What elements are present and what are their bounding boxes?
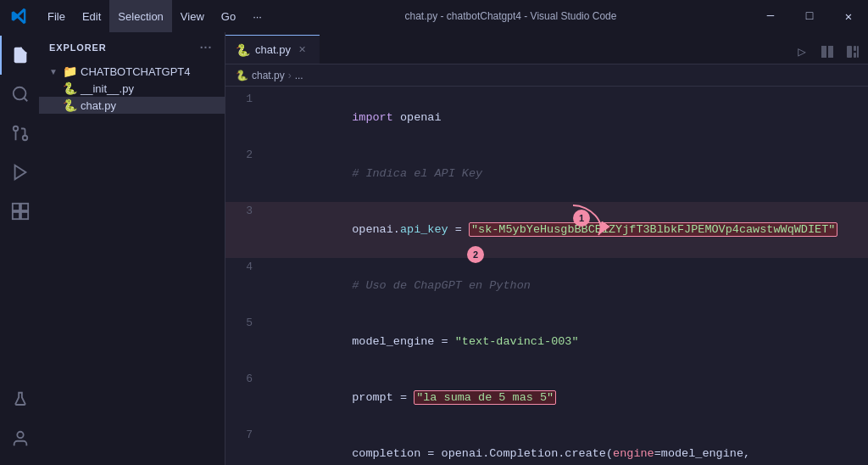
folder-arrow: ▼ (49, 67, 63, 76)
code-line-1: 1 import openai (225, 90, 868, 146)
annotation-badge-2: 2 (467, 246, 484, 263)
close-button[interactable]: ✕ (829, 0, 868, 32)
activity-account[interactable] (0, 419, 39, 458)
file-chat[interactable]: 🐍 chat.py (39, 97, 225, 114)
activity-bar (0, 32, 39, 465)
activity-search[interactable] (0, 75, 39, 114)
breadcrumb-separator: › (288, 70, 292, 81)
menu-edit[interactable]: Edit (74, 0, 109, 32)
file-init-label: __init__.py (81, 82, 134, 95)
editor-container: 1 2 1 import o (225, 87, 868, 465)
editor-area: 🐍 chat.py ✕ ▷ (225, 32, 868, 465)
breadcrumb-more[interactable]: ... (295, 70, 303, 81)
minimize-button[interactable]: ─ (751, 0, 790, 32)
line-content-3: openai.api_key = "sk-M5ybYeHusgbBBCE1ZYj… (266, 202, 868, 258)
file-init[interactable]: 🐍 __init__.py (39, 80, 225, 97)
menu-view[interactable]: View (172, 0, 213, 32)
menu-bar: File Edit Selection View Go ··· (39, 0, 270, 32)
tab-py-icon: 🐍 (236, 43, 250, 57)
svg-rect-9 (21, 212, 28, 219)
activity-bottom (0, 380, 39, 465)
line-content-4: # Uso de ChapGPT en Python (266, 258, 868, 314)
sidebar: EXPLORER ··· ▼ 📁 CHATBOTCHATGPT4 🐍 __ini… (39, 32, 225, 465)
svg-rect-14 (857, 46, 859, 58)
line-num-5: 5 (225, 314, 266, 333)
line-num-3: 3 (225, 202, 266, 221)
main-layout: EXPLORER ··· ▼ 📁 CHATBOTCHATGPT4 🐍 __ini… (0, 32, 868, 465)
line-content-2: # Indica el API Key (266, 146, 868, 202)
titlebar-left: File Edit Selection View Go ··· (0, 0, 270, 32)
svg-marker-5 (15, 165, 26, 180)
tab-close-button[interactable]: ✕ (296, 43, 309, 57)
line-num-1: 1 (225, 90, 266, 109)
svg-rect-11 (847, 46, 852, 58)
line-content-1: import openai (266, 90, 868, 146)
folder-icon: 📁 (63, 64, 77, 78)
activity-files[interactable] (0, 36, 39, 75)
menu-selection[interactable]: Selection (109, 0, 171, 32)
code-line-3: 3 openai.api_key = "sk-M5ybYeHusgbBBCE1Z… (225, 202, 868, 258)
line-num-6: 6 (225, 370, 266, 389)
breadcrumb-file[interactable]: chat.py (252, 70, 285, 81)
svg-line-1 (24, 98, 27, 101)
svg-rect-12 (854, 46, 856, 51)
line-num-4: 4 (225, 258, 266, 277)
breadcrumb: 🐍 chat.py › ... (225, 64, 868, 87)
layout-button[interactable] (841, 40, 865, 64)
run-button[interactable]: ▷ (790, 40, 814, 64)
titlebar: File Edit Selection View Go ··· chat.py … (0, 0, 868, 32)
code-editor[interactable]: 1 import openai 2 # Indica el API Key 3 (225, 87, 868, 465)
maximize-button[interactable]: □ (790, 0, 829, 32)
code-line-7: 7 completion = openai.Completion.create(… (225, 426, 868, 465)
svg-rect-7 (21, 204, 28, 210)
py-file-icon-2: 🐍 (63, 98, 77, 112)
menu-file[interactable]: File (39, 0, 74, 32)
activity-extensions[interactable] (0, 192, 39, 231)
activity-git[interactable] (0, 114, 39, 153)
file-chat-label: chat.py (81, 99, 116, 112)
explorer-header: EXPLORER ··· (39, 32, 225, 63)
project-folder[interactable]: ▼ 📁 CHATBOTCHATGPT4 (39, 63, 225, 80)
editor-top-actions: ▷ (790, 40, 868, 64)
svg-point-10 (17, 432, 23, 438)
activity-flask[interactable] (0, 380, 39, 419)
badge-2-label: 2 (467, 246, 484, 263)
svg-rect-13 (854, 53, 856, 58)
activity-debug[interactable] (0, 153, 39, 192)
line-num-2: 2 (225, 146, 266, 165)
badge-1-label: 1 (573, 210, 590, 227)
svg-rect-6 (13, 204, 19, 210)
menu-go[interactable]: Go (213, 0, 244, 32)
breadcrumb-file-icon: 🐍 (236, 70, 248, 81)
tab-chat-py[interactable]: 🐍 chat.py ✕ (225, 35, 320, 64)
window-controls: ─ □ ✕ (751, 0, 868, 32)
svg-point-2 (23, 136, 28, 141)
explorer-label: EXPLORER (49, 42, 107, 53)
py-file-icon: 🐍 (63, 81, 77, 95)
line-content-7: completion = openai.Completion.create(en… (266, 426, 868, 465)
line-content-6: prompt = "la suma de 5 mas 5" (266, 370, 868, 426)
explorer-more[interactable]: ··· (198, 39, 214, 56)
annotation-badge-1: 1 (573, 210, 590, 227)
api-key-string: "sk-M5ybYeHusgbBBCE1ZYjfT3BlbkFJPEMOVp4c… (469, 222, 837, 237)
menu-more[interactable]: ··· (244, 0, 270, 32)
code-line-4: 4 # Uso de ChapGPT en Python (225, 258, 868, 314)
svg-point-3 (14, 126, 19, 132)
line-num-7: 7 (225, 426, 266, 445)
line-content-5: model_engine = "text-davinci-003" (266, 314, 868, 370)
vscode-logo (0, 0, 39, 32)
svg-rect-8 (13, 212, 19, 219)
explorer-actions: ··· (198, 39, 214, 56)
code-line-6: 6 prompt = "la suma de 5 mas 5" (225, 370, 868, 426)
project-name: CHATBOTCHATGPT4 (81, 65, 191, 78)
svg-point-0 (14, 87, 26, 100)
code-line-5: 5 model_engine = "text-davinci-003" (225, 314, 868, 370)
split-editor-button[interactable] (815, 40, 839, 64)
window-title: chat.py - chatbotChatgpt4 - Visual Studi… (270, 10, 751, 22)
prompt-string: "la suma de 5 mas 5" (414, 390, 556, 405)
code-line-2: 2 # Indica el API Key (225, 146, 868, 202)
tab-bar-row: 🐍 chat.py ✕ ▷ (225, 32, 868, 64)
tab-label: chat.py (255, 43, 291, 56)
